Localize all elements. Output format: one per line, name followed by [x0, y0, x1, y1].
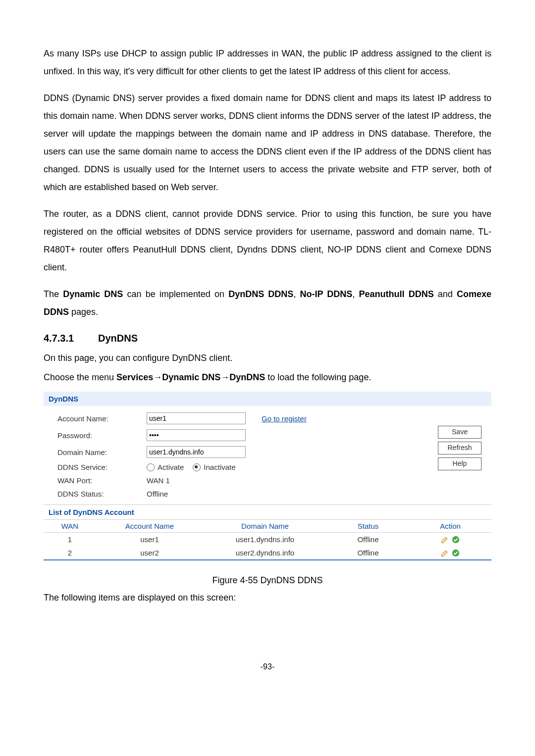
button-label: Save	[452, 428, 468, 436]
cell-wan: 1	[44, 533, 96, 547]
check-icon[interactable]	[451, 549, 460, 557]
intro-para-1: As many ISPs use DHCP to assign public I…	[44, 45, 491, 80]
list-title: List of DynDNS Account	[44, 504, 491, 519]
cell-domain: user1.dyndns.info	[203, 533, 327, 547]
status-value: Offline	[147, 490, 168, 498]
col-wan: WAN	[44, 520, 96, 533]
page-number: -93-	[44, 662, 491, 671]
help-button[interactable]: Help	[438, 457, 482, 470]
section-heading: 4.7.3.1DynDNS	[44, 333, 491, 344]
cell-domain: user2.dyndns.info	[203, 546, 327, 559]
label-account: Account Name:	[57, 414, 147, 423]
bold-text: Peanuthull DDNS	[359, 289, 433, 299]
cell-wan: 2	[44, 546, 96, 559]
text: Choose the menu	[44, 372, 116, 382]
text: to load the following page.	[265, 372, 371, 382]
arrow: →	[220, 372, 229, 382]
section-line-2: Choose the menu Services→Dynamic DNS→Dyn…	[44, 372, 491, 383]
table-row: 2user2user2.dyndns.infoOffline	[44, 546, 491, 559]
cell-action	[409, 546, 491, 559]
label-service: DDNS Service:	[57, 463, 147, 471]
account-table: WAN Account Name Domain Name Status Acti…	[44, 519, 491, 559]
row-status: DDNS Status: Offline	[57, 487, 438, 501]
cell-account: user1	[96, 533, 203, 547]
button-label: Refresh	[447, 444, 472, 452]
text: pages.	[69, 307, 98, 317]
wanport-value: WAN 1	[147, 476, 170, 485]
radio-inactivate-label: Inactivate	[204, 463, 235, 471]
bold-text: Services	[116, 372, 153, 382]
text: ,	[293, 289, 300, 299]
label-password: Password:	[57, 431, 147, 440]
cell-status: Offline	[327, 546, 409, 559]
section-title: DynDNS	[98, 333, 138, 344]
col-domain: Domain Name	[203, 520, 327, 533]
password-input[interactable]	[147, 429, 246, 441]
cell-account: user2	[96, 546, 203, 559]
label-wanport: WAN Port:	[57, 476, 147, 485]
radio-inactivate[interactable]	[193, 463, 201, 471]
radio-activate[interactable]	[147, 463, 155, 471]
section-number: 4.7.3.1	[44, 333, 98, 344]
svg-point-0	[452, 536, 459, 543]
dyndns-panel: DynDNS Account Name: Go to register Pass…	[44, 392, 491, 560]
account-input[interactable]	[147, 412, 246, 424]
intro-para-4: The Dynamic DNS can be implemented on Dy…	[44, 285, 491, 321]
figure-caption: Figure 4-55 DynDNS DDNS	[44, 575, 491, 586]
row-service: DDNS Service: Activate Inactivate	[57, 460, 438, 474]
col-account: Account Name	[96, 520, 203, 533]
table-row: 1user1user1.dyndns.infoOffline	[44, 533, 491, 547]
bold-text: DynDNS DDNS	[228, 289, 293, 299]
col-action: Action	[409, 520, 491, 533]
bold-text: DynDNS	[229, 372, 265, 382]
check-icon[interactable]	[451, 535, 460, 544]
button-label: Help	[453, 459, 467, 467]
cell-status: Offline	[327, 533, 409, 547]
label-domain: Domain Name:	[57, 448, 147, 456]
text: ,	[352, 289, 359, 299]
text: can be implemented on	[123, 289, 228, 299]
domain-input[interactable]	[147, 446, 246, 458]
text: The	[44, 289, 63, 299]
radio-activate-label: Activate	[158, 463, 184, 471]
intro-para-2: DDNS (Dynamic DNS) server provides a fix…	[44, 89, 491, 196]
text: and	[434, 289, 457, 299]
bold-text: No-IP DDNS	[300, 289, 353, 299]
label-status: DDNS Status:	[57, 490, 147, 498]
edit-icon[interactable]	[440, 535, 449, 544]
col-status: Status	[327, 520, 409, 533]
bold-text: Dynamic DNS	[63, 289, 123, 299]
row-password: Password:	[57, 427, 438, 444]
refresh-button[interactable]: Refresh	[438, 442, 482, 454]
arrow: →	[153, 372, 162, 382]
intro-para-3: The router, as a DDNS client, cannot pro…	[44, 205, 491, 276]
panel-title: DynDNS	[44, 392, 491, 406]
edit-icon[interactable]	[440, 549, 449, 557]
cell-action	[409, 533, 491, 547]
row-wanport: WAN Port: WAN 1	[57, 474, 438, 487]
go-to-register-link[interactable]: Go to register	[262, 414, 307, 423]
following-items-line: The following items are displayed on thi…	[44, 593, 491, 603]
bold-text: Dynamic DNS	[162, 372, 220, 382]
section-line-1: On this page, you can configure DynDNS c…	[44, 353, 491, 363]
svg-point-1	[452, 550, 459, 556]
row-domain: Domain Name:	[57, 444, 438, 460]
row-account: Account Name: Go to register	[57, 410, 438, 427]
save-button[interactable]: Save	[438, 426, 482, 439]
